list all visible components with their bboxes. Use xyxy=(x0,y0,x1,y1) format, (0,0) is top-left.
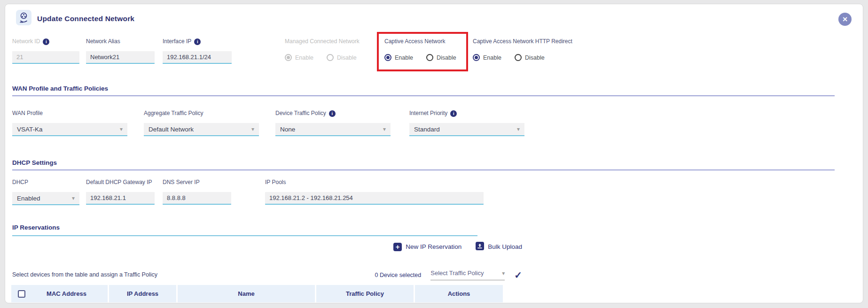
wan-profile-select[interactable]: VSAT-Ka ▾ xyxy=(12,123,127,136)
radio-icon xyxy=(515,54,522,61)
device-policy-field: Device Traffic Policy i None ▾ xyxy=(275,110,391,136)
captive-access-label: Captive Access Network xyxy=(384,38,461,45)
aggregate-policy-select[interactable]: Default Network ▾ xyxy=(144,123,259,136)
redirect-enable-radio[interactable]: Enable xyxy=(473,54,501,61)
chevron-down-icon: ▾ xyxy=(383,126,386,132)
mac-address-header: MAC Address xyxy=(11,285,108,302)
select-all-checkbox[interactable] xyxy=(18,290,25,298)
gateway-ip-label: Default DHCP Gateway IP xyxy=(86,179,155,186)
radio-icon xyxy=(327,54,334,61)
gateway-ip-field: Default DHCP Gateway IP xyxy=(86,179,155,205)
dhcp-label: DHCP xyxy=(12,179,79,186)
bulk-upload-button[interactable]: Bulk Upload xyxy=(476,242,522,252)
connected-network-icon xyxy=(16,10,31,27)
chevron-down-icon: ▾ xyxy=(72,195,75,201)
device-policy-select[interactable]: None ▾ xyxy=(275,123,391,136)
info-icon[interactable]: i xyxy=(329,110,336,117)
radio-selected-icon xyxy=(384,54,391,61)
checkmark-icon[interactable]: ✓ xyxy=(514,270,522,280)
actions-header: Actions xyxy=(415,285,503,302)
dns-server-field: DNS Server IP xyxy=(163,179,231,205)
traffic-policy-select[interactable]: Select Traffic Policy ▾ xyxy=(430,270,505,280)
http-redirect-group: Captive Access Network HTTP Redirect Ena… xyxy=(473,38,571,64)
captive-disable-radio[interactable]: Disable xyxy=(426,54,456,61)
upload-icon xyxy=(476,242,484,252)
chevron-down-icon: ▾ xyxy=(517,126,520,132)
ip-reservations-title: IP Reservations xyxy=(12,224,477,236)
aggregate-policy-field: Aggregate Traffic Policy Default Network… xyxy=(144,110,259,136)
dialog-header: Update Connected Network xyxy=(16,10,134,27)
network-identity-row: Network ID i Network Alias Interface IP … xyxy=(12,38,571,71)
network-alias-input[interactable] xyxy=(86,51,155,64)
captive-access-highlight: Captive Access Network Enable Disable xyxy=(377,32,468,71)
interface-ip-input[interactable] xyxy=(163,51,232,64)
device-policy-label: Device Traffic Policy xyxy=(275,110,326,117)
network-id-field: Network ID i xyxy=(12,38,79,64)
network-alias-label: Network Alias xyxy=(86,38,155,45)
radio-selected-icon xyxy=(473,54,480,61)
dhcp-field: DHCP Enabled ▾ xyxy=(12,179,79,205)
gateway-ip-input[interactable] xyxy=(86,192,155,205)
info-icon[interactable]: i xyxy=(450,110,457,117)
page-title: Update Connected Network xyxy=(37,15,134,23)
device-table-header: MAC Address IP Address Name Traffic Poli… xyxy=(11,285,503,302)
internet-priority-select[interactable]: Standard ▾ xyxy=(409,123,524,136)
managed-network-label: Managed Connected Network xyxy=(285,38,368,45)
dns-server-label: DNS Server IP xyxy=(163,179,231,186)
managed-enable-radio: Enable xyxy=(285,54,313,61)
captive-enable-radio[interactable]: Enable xyxy=(384,54,413,61)
aggregate-policy-label: Aggregate Traffic Policy xyxy=(144,110,259,117)
managed-network-group: Managed Connected Network Enable Disable xyxy=(285,38,368,64)
chevron-down-icon: ▾ xyxy=(502,270,505,276)
wan-section-title: WAN Profile and Traffic Policies xyxy=(12,85,835,96)
reservation-actions-row: + New IP Reservation Bulk Upload xyxy=(12,242,522,252)
ip-pools-input[interactable] xyxy=(265,192,484,205)
radio-selected-icon xyxy=(285,54,292,61)
internet-priority-field: Internet Priority i Standard ▾ xyxy=(409,110,524,136)
http-redirect-label: Captive Access Network HTTP Redirect xyxy=(473,38,571,45)
plus-icon: + xyxy=(393,243,402,251)
ip-pools-field: IP Pools xyxy=(265,179,484,205)
interface-ip-field: Interface IP i xyxy=(163,38,232,64)
radio-icon xyxy=(426,54,433,61)
update-network-dialog: Update Connected Network ✕ Network ID i … xyxy=(5,4,863,303)
close-icon[interactable]: ✕ xyxy=(838,13,852,26)
captive-access-group: Captive Access Network Enable Disable xyxy=(384,38,461,64)
internet-priority-label: Internet Priority xyxy=(409,110,447,117)
new-ip-reservation-button[interactable]: + New IP Reservation xyxy=(393,243,461,251)
chevron-down-icon: ▾ xyxy=(251,126,254,132)
dhcp-fields-row: DHCP Enabled ▾ Default DHCP Gateway IP D… xyxy=(12,179,484,205)
traffic-policy-header: Traffic Policy xyxy=(316,285,414,302)
interface-ip-label: Interface IP xyxy=(163,38,191,45)
wan-profile-field: WAN Profile VSAT-Ka ▾ xyxy=(12,110,127,136)
network-id-label: Network ID xyxy=(12,38,40,45)
name-header: Name xyxy=(178,285,315,302)
ip-pools-label: IP Pools xyxy=(265,179,484,186)
wan-profile-label: WAN Profile xyxy=(12,110,127,117)
device-selected-count: 0 Device selected xyxy=(375,272,422,278)
device-toolbar: Select devices from the table and assign… xyxy=(12,270,522,280)
redirect-disable-radio[interactable]: Disable xyxy=(515,54,545,61)
dhcp-select[interactable]: Enabled ▾ xyxy=(12,192,79,205)
assign-policy-hint: Select devices from the table and assign… xyxy=(12,270,157,278)
managed-disable-radio: Disable xyxy=(327,54,357,61)
dhcp-section-title: DHCP Settings xyxy=(12,159,835,170)
ip-address-header: IP Address xyxy=(109,285,176,302)
network-alias-field: Network Alias xyxy=(86,38,155,64)
chevron-down-icon: ▾ xyxy=(120,126,123,132)
info-icon[interactable]: i xyxy=(43,38,49,45)
info-icon[interactable]: i xyxy=(194,38,201,45)
wan-fields-row: WAN Profile VSAT-Ka ▾ Aggregate Traffic … xyxy=(12,110,524,136)
network-id-input xyxy=(12,51,79,64)
dns-server-input[interactable] xyxy=(163,192,231,205)
